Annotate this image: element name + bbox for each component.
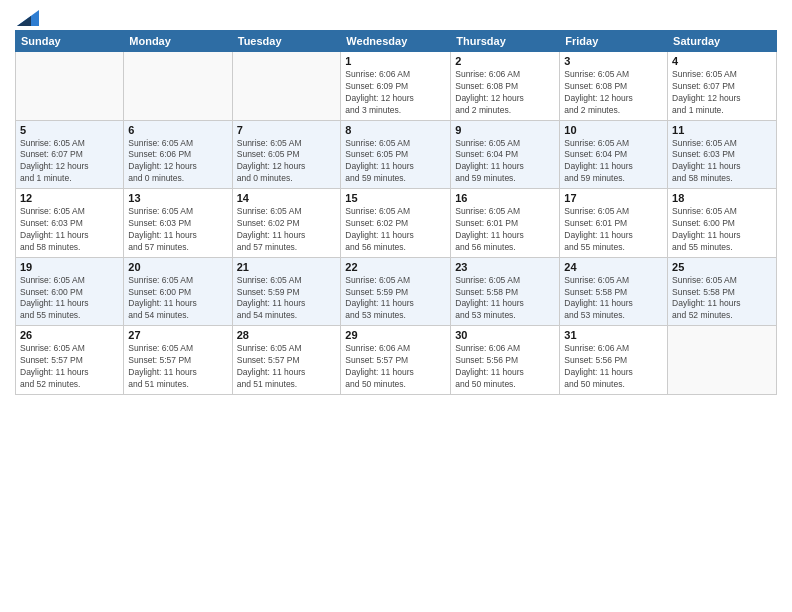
- day-number: 14: [237, 192, 337, 204]
- day-info: Sunrise: 6:05 AM Sunset: 6:01 PM Dayligh…: [455, 206, 555, 254]
- calendar-cell: 18Sunrise: 6:05 AM Sunset: 6:00 PM Dayli…: [668, 189, 777, 258]
- day-info: Sunrise: 6:05 AM Sunset: 5:58 PM Dayligh…: [455, 275, 555, 323]
- day-number: 5: [20, 124, 119, 136]
- day-info: Sunrise: 6:05 AM Sunset: 5:58 PM Dayligh…: [564, 275, 663, 323]
- calendar-cell: 28Sunrise: 6:05 AM Sunset: 5:57 PM Dayli…: [232, 326, 341, 395]
- day-info: Sunrise: 6:05 AM Sunset: 6:00 PM Dayligh…: [20, 275, 119, 323]
- weekday-header-tuesday: Tuesday: [232, 31, 341, 52]
- calendar-cell: 29Sunrise: 6:06 AM Sunset: 5:57 PM Dayli…: [341, 326, 451, 395]
- day-info: Sunrise: 6:05 AM Sunset: 5:59 PM Dayligh…: [237, 275, 337, 323]
- day-info: Sunrise: 6:05 AM Sunset: 6:05 PM Dayligh…: [237, 138, 337, 186]
- calendar-cell: 17Sunrise: 6:05 AM Sunset: 6:01 PM Dayli…: [560, 189, 668, 258]
- day-info: Sunrise: 6:05 AM Sunset: 6:07 PM Dayligh…: [672, 69, 772, 117]
- day-number: 15: [345, 192, 446, 204]
- calendar-cell: 10Sunrise: 6:05 AM Sunset: 6:04 PM Dayli…: [560, 120, 668, 189]
- calendar-cell: [16, 52, 124, 121]
- day-info: Sunrise: 6:05 AM Sunset: 6:04 PM Dayligh…: [455, 138, 555, 186]
- day-number: 23: [455, 261, 555, 273]
- day-number: 11: [672, 124, 772, 136]
- calendar-cell: 12Sunrise: 6:05 AM Sunset: 6:03 PM Dayli…: [16, 189, 124, 258]
- day-number: 6: [128, 124, 227, 136]
- weekday-header-friday: Friday: [560, 31, 668, 52]
- day-number: 27: [128, 329, 227, 341]
- calendar-cell: 3Sunrise: 6:05 AM Sunset: 6:08 PM Daylig…: [560, 52, 668, 121]
- weekday-header-monday: Monday: [124, 31, 232, 52]
- day-info: Sunrise: 6:06 AM Sunset: 5:57 PM Dayligh…: [345, 343, 446, 391]
- day-info: Sunrise: 6:06 AM Sunset: 6:08 PM Dayligh…: [455, 69, 555, 117]
- calendar-cell: 4Sunrise: 6:05 AM Sunset: 6:07 PM Daylig…: [668, 52, 777, 121]
- calendar-week-1: 1Sunrise: 6:06 AM Sunset: 6:09 PM Daylig…: [16, 52, 777, 121]
- calendar-cell: 8Sunrise: 6:05 AM Sunset: 6:05 PM Daylig…: [341, 120, 451, 189]
- day-number: 29: [345, 329, 446, 341]
- day-info: Sunrise: 6:05 AM Sunset: 5:57 PM Dayligh…: [128, 343, 227, 391]
- calendar-cell: 6Sunrise: 6:05 AM Sunset: 6:06 PM Daylig…: [124, 120, 232, 189]
- day-info: Sunrise: 6:05 AM Sunset: 6:00 PM Dayligh…: [128, 275, 227, 323]
- page-header: [15, 10, 777, 22]
- day-number: 24: [564, 261, 663, 273]
- day-info: Sunrise: 6:05 AM Sunset: 6:08 PM Dayligh…: [564, 69, 663, 117]
- day-info: Sunrise: 6:05 AM Sunset: 6:05 PM Dayligh…: [345, 138, 446, 186]
- day-number: 9: [455, 124, 555, 136]
- calendar-cell: [668, 326, 777, 395]
- calendar-cell: 11Sunrise: 6:05 AM Sunset: 6:03 PM Dayli…: [668, 120, 777, 189]
- calendar-cell: 20Sunrise: 6:05 AM Sunset: 6:00 PM Dayli…: [124, 257, 232, 326]
- calendar-cell: 22Sunrise: 6:05 AM Sunset: 5:59 PM Dayli…: [341, 257, 451, 326]
- day-info: Sunrise: 6:05 AM Sunset: 5:58 PM Dayligh…: [672, 275, 772, 323]
- day-number: 4: [672, 55, 772, 67]
- day-number: 31: [564, 329, 663, 341]
- day-info: Sunrise: 6:05 AM Sunset: 5:57 PM Dayligh…: [20, 343, 119, 391]
- logo-icon: [17, 10, 39, 26]
- calendar-week-4: 19Sunrise: 6:05 AM Sunset: 6:00 PM Dayli…: [16, 257, 777, 326]
- day-info: Sunrise: 6:05 AM Sunset: 6:04 PM Dayligh…: [564, 138, 663, 186]
- day-number: 17: [564, 192, 663, 204]
- calendar-cell: [232, 52, 341, 121]
- calendar-cell: 31Sunrise: 6:06 AM Sunset: 5:56 PM Dayli…: [560, 326, 668, 395]
- calendar-cell: 2Sunrise: 6:06 AM Sunset: 6:08 PM Daylig…: [451, 52, 560, 121]
- day-number: 7: [237, 124, 337, 136]
- calendar-week-5: 26Sunrise: 6:05 AM Sunset: 5:57 PM Dayli…: [16, 326, 777, 395]
- day-info: Sunrise: 6:05 AM Sunset: 6:06 PM Dayligh…: [128, 138, 227, 186]
- weekday-header-sunday: Sunday: [16, 31, 124, 52]
- day-number: 16: [455, 192, 555, 204]
- day-number: 10: [564, 124, 663, 136]
- calendar-cell: 14Sunrise: 6:05 AM Sunset: 6:02 PM Dayli…: [232, 189, 341, 258]
- day-number: 26: [20, 329, 119, 341]
- day-info: Sunrise: 6:05 AM Sunset: 6:03 PM Dayligh…: [20, 206, 119, 254]
- calendar-cell: 26Sunrise: 6:05 AM Sunset: 5:57 PM Dayli…: [16, 326, 124, 395]
- day-info: Sunrise: 6:05 AM Sunset: 6:02 PM Dayligh…: [237, 206, 337, 254]
- calendar-cell: 7Sunrise: 6:05 AM Sunset: 6:05 PM Daylig…: [232, 120, 341, 189]
- calendar-cell: 27Sunrise: 6:05 AM Sunset: 5:57 PM Dayli…: [124, 326, 232, 395]
- calendar-cell: 21Sunrise: 6:05 AM Sunset: 5:59 PM Dayli…: [232, 257, 341, 326]
- day-info: Sunrise: 6:05 AM Sunset: 5:59 PM Dayligh…: [345, 275, 446, 323]
- calendar-cell: 19Sunrise: 6:05 AM Sunset: 6:00 PM Dayli…: [16, 257, 124, 326]
- calendar-cell: [124, 52, 232, 121]
- day-number: 2: [455, 55, 555, 67]
- calendar-cell: 30Sunrise: 6:06 AM Sunset: 5:56 PM Dayli…: [451, 326, 560, 395]
- day-number: 19: [20, 261, 119, 273]
- day-info: Sunrise: 6:05 AM Sunset: 6:03 PM Dayligh…: [128, 206, 227, 254]
- weekday-header-row: SundayMondayTuesdayWednesdayThursdayFrid…: [16, 31, 777, 52]
- calendar-cell: 9Sunrise: 6:05 AM Sunset: 6:04 PM Daylig…: [451, 120, 560, 189]
- day-info: Sunrise: 6:06 AM Sunset: 5:56 PM Dayligh…: [564, 343, 663, 391]
- day-number: 13: [128, 192, 227, 204]
- weekday-header-saturday: Saturday: [668, 31, 777, 52]
- day-info: Sunrise: 6:05 AM Sunset: 6:00 PM Dayligh…: [672, 206, 772, 254]
- calendar-week-2: 5Sunrise: 6:05 AM Sunset: 6:07 PM Daylig…: [16, 120, 777, 189]
- day-info: Sunrise: 6:06 AM Sunset: 6:09 PM Dayligh…: [345, 69, 446, 117]
- calendar-cell: 13Sunrise: 6:05 AM Sunset: 6:03 PM Dayli…: [124, 189, 232, 258]
- day-number: 30: [455, 329, 555, 341]
- svg-marker-1: [17, 16, 31, 26]
- calendar-cell: 25Sunrise: 6:05 AM Sunset: 5:58 PM Dayli…: [668, 257, 777, 326]
- day-info: Sunrise: 6:05 AM Sunset: 5:57 PM Dayligh…: [237, 343, 337, 391]
- day-info: Sunrise: 6:05 AM Sunset: 6:01 PM Dayligh…: [564, 206, 663, 254]
- day-number: 3: [564, 55, 663, 67]
- calendar-cell: 15Sunrise: 6:05 AM Sunset: 6:02 PM Dayli…: [341, 189, 451, 258]
- calendar-week-3: 12Sunrise: 6:05 AM Sunset: 6:03 PM Dayli…: [16, 189, 777, 258]
- day-number: 1: [345, 55, 446, 67]
- day-number: 20: [128, 261, 227, 273]
- day-number: 12: [20, 192, 119, 204]
- day-number: 8: [345, 124, 446, 136]
- day-number: 18: [672, 192, 772, 204]
- day-number: 21: [237, 261, 337, 273]
- day-number: 28: [237, 329, 337, 341]
